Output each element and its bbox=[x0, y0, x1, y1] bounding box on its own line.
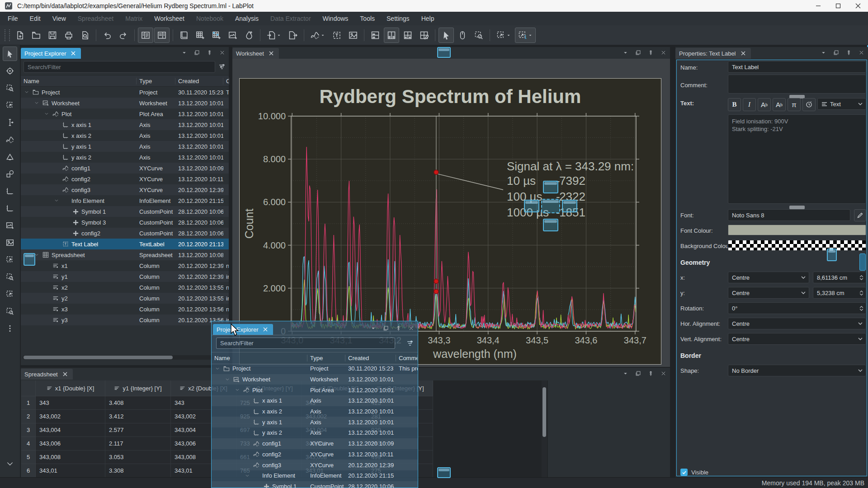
tree-row-y2[interactable]: y2Column20.12.2020 13:55integer da bbox=[21, 293, 229, 304]
floating-search-input[interactable]: Search/Filter bbox=[216, 338, 395, 349]
font-picker-button[interactable] bbox=[854, 209, 866, 221]
floating-project-explorer[interactable]: Project Explorer Search/Filter NameTypeC… bbox=[211, 321, 418, 488]
text-mode-select[interactable]: Text bbox=[817, 98, 866, 110]
dock-pin-icon[interactable] bbox=[844, 48, 853, 56]
sheet-cell[interactable]: 3.412 bbox=[105, 410, 171, 423]
toggle-properties-explorer-button[interactable] bbox=[154, 28, 170, 43]
tree-row-x2[interactable]: x2Column20.12.2020 13:55numerical bbox=[21, 282, 229, 293]
row-number[interactable]: 4 bbox=[21, 437, 36, 450]
tab-worksheet[interactable]: Worksheet bbox=[232, 48, 279, 59]
sheet-cell[interactable]: 2.577 bbox=[105, 423, 171, 437]
tree-row-plot[interactable]: PlotPlot Area13.12.2020 10:01 bbox=[212, 385, 418, 395]
tree-row-project[interactable]: ProjectProject30.11.2020 15:23This proje bbox=[21, 87, 229, 98]
background-colour-swatch[interactable] bbox=[728, 240, 866, 251]
import-button[interactable] bbox=[264, 28, 284, 43]
menu-file[interactable]: File bbox=[2, 12, 24, 25]
print-preview-button[interactable] bbox=[77, 28, 93, 43]
tree-row-info-element[interactable]: Info ElementInfoElement20.12.2020 21:15 bbox=[212, 470, 418, 481]
zoom-x-region-tool-button[interactable] bbox=[3, 270, 17, 284]
add-text-cursor-tool-button[interactable] bbox=[3, 115, 17, 130]
new-text-label-button[interactable] bbox=[329, 28, 344, 43]
sheet-cell[interactable]: 343,006 bbox=[36, 437, 105, 450]
tree-row-spreadsheet[interactable]: SpreadsheetSpreadsheet13.12.2020 10:08 bbox=[21, 249, 229, 260]
tree-row-worksheet[interactable]: WorksheetWorksheet13.12.2020 10:01 bbox=[212, 374, 418, 385]
new-project-button[interactable] bbox=[12, 28, 28, 43]
rotation-spinbox[interactable]: 0° bbox=[728, 302, 866, 314]
add-y-axis-tool-button[interactable] bbox=[3, 201, 17, 216]
sheet-cell[interactable]: 2.117 bbox=[105, 437, 171, 450]
add-x-axis-tool-button[interactable] bbox=[3, 184, 17, 198]
dock-menu-icon[interactable] bbox=[369, 324, 377, 332]
tree-row-y-axis-2[interactable]: y axis 2Axis13.12.2020 10:01 bbox=[21, 152, 229, 163]
vertical-layout-button[interactable] bbox=[368, 28, 383, 43]
sheet-cell[interactable]: 3.408 bbox=[105, 396, 171, 410]
y-value-spinbox[interactable]: 5,3238 cm bbox=[813, 287, 866, 299]
dock-menu-icon[interactable] bbox=[819, 48, 827, 56]
search-input[interactable]: Search/Filter bbox=[24, 61, 215, 73]
tree-row-config2[interactable]: config2XYCurve13.12.2020 10:11 bbox=[21, 174, 229, 184]
tab-close-icon[interactable] bbox=[69, 49, 77, 57]
tab-floating-project-explorer[interactable]: Project Explorer bbox=[213, 324, 273, 335]
dock-menu-icon[interactable] bbox=[180, 48, 188, 56]
x-mode-select[interactable]: Centre bbox=[728, 272, 809, 283]
floating-tree-header[interactable]: NameTypeCreatedCommen bbox=[212, 352, 418, 364]
sheet-cell[interactable]: 3.308 bbox=[105, 464, 171, 478]
row-number[interactable]: 1 bbox=[21, 396, 36, 410]
tree-row-symbol-1[interactable]: Symbol 1CustomPoint28.12.2020 10:06 bbox=[212, 481, 418, 488]
column-header-created[interactable]: Created bbox=[345, 355, 396, 361]
visible-checkbox[interactable] bbox=[680, 469, 688, 476]
sheet-cell[interactable]: 343,002 bbox=[36, 410, 105, 423]
dock-float-icon[interactable] bbox=[634, 48, 642, 56]
menu-windows[interactable]: Windows bbox=[317, 12, 354, 25]
tree-row-x-axis-2[interactable]: x axis 2Axis13.12.2020 10:01 bbox=[212, 406, 418, 417]
italic-button[interactable]: I bbox=[743, 98, 756, 111]
column-header-name[interactable]: Name bbox=[212, 355, 307, 361]
toolbar-expand-button[interactable] bbox=[3, 457, 17, 471]
dock-float-icon[interactable] bbox=[193, 48, 201, 56]
tree-row-x-axis-2[interactable]: x axis 2Axis13.12.2020 10:01 bbox=[21, 130, 229, 141]
minimize-button[interactable] bbox=[808, 0, 828, 12]
dock-menu-icon[interactable] bbox=[621, 369, 629, 377]
select-region-1-button[interactable]: 1 bbox=[515, 28, 536, 43]
new-workbook-button[interactable] bbox=[176, 28, 192, 43]
undo-button[interactable] bbox=[99, 28, 115, 43]
column-header-name[interactable]: Name bbox=[21, 78, 137, 84]
tree-row-x1[interactable]: x1Column20.12.2020 12:39numerical bbox=[21, 260, 229, 271]
maximize-button[interactable] bbox=[828, 0, 848, 12]
navigate-button[interactable] bbox=[455, 28, 470, 43]
menu-settings[interactable]: Settings bbox=[381, 12, 415, 25]
menu-edit[interactable]: Edit bbox=[24, 12, 47, 25]
y-mode-select[interactable]: Centre bbox=[728, 287, 809, 299]
dock-close-icon[interactable] bbox=[857, 48, 865, 56]
menu-analysis[interactable]: Analysis bbox=[229, 12, 264, 25]
sheet-column-header[interactable]: y1 {Integer} [Y] bbox=[105, 380, 171, 396]
menu-tools[interactable]: Tools bbox=[354, 12, 381, 25]
tree-row-config1[interactable]: config1XYCurve13.12.2020 10:09 bbox=[21, 163, 229, 174]
new-image-button[interactable] bbox=[345, 28, 361, 43]
add-image-tool-button[interactable] bbox=[3, 235, 17, 250]
tree-row-worksheet[interactable]: WorksheetWorksheet13.12.2020 10:01 bbox=[21, 98, 229, 108]
dock-float-icon[interactable] bbox=[382, 324, 390, 332]
tree-row-y-axis-1[interactable]: y axis 1Axis13.12.2020 10:01 bbox=[21, 141, 229, 152]
dock-pin-icon[interactable] bbox=[205, 48, 213, 56]
redo-button[interactable] bbox=[116, 28, 131, 43]
menu-worksheet[interactable]: Worksheet bbox=[148, 12, 190, 25]
font-field[interactable]: Noto Sans 8 bbox=[728, 209, 850, 221]
x-value-spinbox[interactable]: 8,61136 cm bbox=[813, 272, 866, 283]
tree-row-y-axis-1[interactable]: y axis 1Axis13.12.2020 10:01 bbox=[212, 417, 418, 427]
dock-close-icon[interactable] bbox=[659, 48, 667, 56]
row-number[interactable]: 6 bbox=[21, 464, 36, 478]
tree-row-y-axis-2[interactable]: y axis 2Axis13.12.2020 10:01 bbox=[212, 427, 418, 438]
tree-row-symbol-3[interactable]: Symbol 3CustomPoint28.12.2020 10:06 bbox=[21, 217, 229, 228]
break-layout-button[interactable] bbox=[416, 28, 432, 43]
new-spreadsheet-button[interactable] bbox=[193, 28, 208, 43]
sheet-cell[interactable]: 343,004 bbox=[36, 423, 105, 437]
column-header-type[interactable]: Type bbox=[137, 78, 175, 84]
add-angle-tool-button[interactable] bbox=[3, 150, 17, 164]
tree-row-project[interactable]: ProjectProject30.11.2020 15:23This proje bbox=[212, 363, 418, 374]
vert-alignment-select[interactable]: Centre bbox=[728, 333, 866, 345]
select-region-and-zoom-in-button[interactable] bbox=[471, 28, 486, 43]
add-region-tool-button[interactable] bbox=[3, 98, 17, 113]
menu-help[interactable]: Help bbox=[415, 12, 440, 25]
zoom-in-region-tool-button[interactable] bbox=[3, 253, 17, 267]
